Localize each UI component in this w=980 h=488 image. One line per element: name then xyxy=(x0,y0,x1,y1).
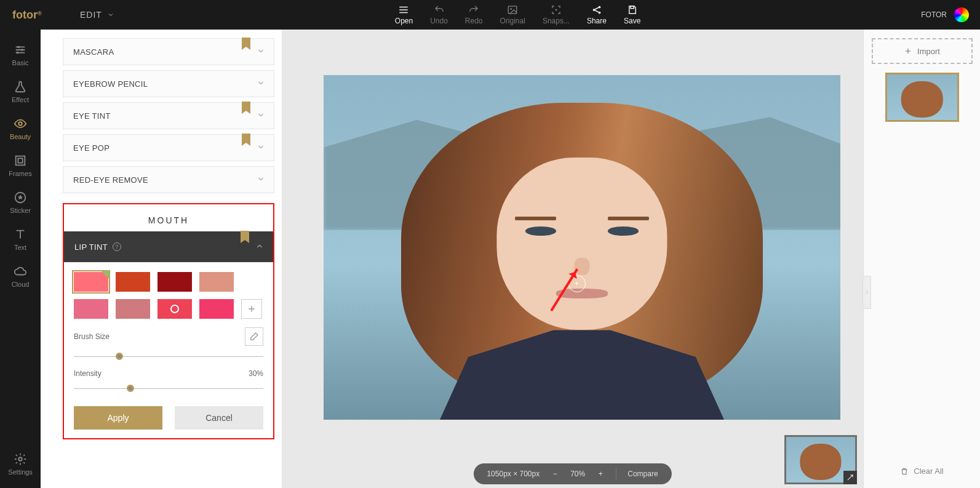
canvas-area[interactable]: + 1050px × 700px − 70% + Compare xyxy=(282,30,863,488)
top-icon-label: Save xyxy=(624,17,640,25)
bookmark-icon xyxy=(241,231,249,243)
frames-icon xyxy=(14,154,27,167)
swatch-row-2 xyxy=(64,292,273,319)
color-swatch[interactable] xyxy=(157,272,192,292)
expand-sidebar-tab[interactable] xyxy=(862,276,871,309)
add-color-button[interactable] xyxy=(241,299,262,319)
zoom-in-button[interactable]: + xyxy=(596,470,605,478)
rail-item-settings[interactable]: Settings xyxy=(0,447,41,481)
asset-thumbnail[interactable] xyxy=(885,73,959,122)
bookmark-icon xyxy=(242,134,250,146)
rail-item-cloud[interactable]: Cloud xyxy=(0,260,41,293)
undo-icon xyxy=(433,4,445,15)
zoom-out-button[interactable]: − xyxy=(551,470,559,478)
chevron-down-icon xyxy=(107,11,114,18)
eraser-button[interactable] xyxy=(245,327,263,346)
zoom-bar: 1050px × 700px − 70% + Compare xyxy=(473,463,671,484)
snaps-icon xyxy=(550,4,562,15)
rail-item-frames[interactable]: Frames xyxy=(0,149,41,182)
color-swatch[interactable] xyxy=(199,299,234,319)
rail-item-sticker[interactable]: Sticker xyxy=(0,186,41,219)
topbar-actions: OpenUndoRedoOriginalSnaps...ShareSave xyxy=(114,4,921,25)
settings-icon xyxy=(14,452,27,466)
redo-button[interactable]: Redo xyxy=(465,4,483,25)
top-icon-label: Share xyxy=(587,17,607,25)
rail-label: Basic xyxy=(12,59,29,66)
text-icon xyxy=(14,228,27,241)
apply-button[interactable]: Apply xyxy=(74,406,162,430)
share-icon xyxy=(591,4,603,15)
bookmark-icon xyxy=(242,102,250,114)
accordion-eye-pop[interactable]: EYE POP xyxy=(63,134,274,161)
open-icon xyxy=(397,4,410,15)
minimap[interactable] xyxy=(784,435,857,484)
compare-button[interactable]: Compare xyxy=(627,470,658,478)
accordion-lip-tint[interactable]: LIP TINT ? xyxy=(64,231,273,262)
mouth-section-title: MOUTH xyxy=(64,204,273,231)
minimap-expand-button[interactable] xyxy=(843,471,857,484)
brand-logo[interactable]: fotor® xyxy=(0,9,55,22)
color-swatch[interactable] xyxy=(116,299,150,319)
accordion-label: MASCARA xyxy=(73,47,114,57)
accordion-eye-tint[interactable]: EYE TINT xyxy=(63,102,274,129)
clear-all-button[interactable]: Clear All xyxy=(900,463,943,479)
top-icon-label: Undo xyxy=(430,17,448,25)
top-icon-label: Redo xyxy=(465,17,483,25)
original-button[interactable]: Original xyxy=(500,4,525,25)
trash-icon xyxy=(900,467,909,476)
share-button[interactable]: Share xyxy=(587,4,607,25)
chevron-up-icon xyxy=(255,242,264,252)
rail-item-effect[interactable]: Effect xyxy=(0,75,41,108)
rail-label: Text xyxy=(14,244,26,251)
registered-mark: ® xyxy=(38,10,42,17)
tool-rail: BasicEffectBeautyFramesStickerTextCloudS… xyxy=(0,30,41,488)
rail-label: Effect xyxy=(12,96,29,103)
color-swatch[interactable] xyxy=(74,299,108,319)
avatar[interactable] xyxy=(954,7,969,22)
help-icon[interactable]: ? xyxy=(113,242,121,251)
color-swatch[interactable] xyxy=(199,272,234,292)
brush-size-slider[interactable] xyxy=(74,352,263,361)
canvas-dimensions: 1050px × 700px xyxy=(487,470,540,478)
open-button[interactable]: Open xyxy=(395,4,413,25)
cancel-button[interactable]: Cancel xyxy=(175,406,263,430)
accordion-red-eye-remove[interactable]: RED-EYE REMOVE xyxy=(63,166,274,193)
rail-item-basic[interactable]: Basic xyxy=(0,38,41,71)
chevron-down-icon xyxy=(257,143,265,153)
user-label: FOTOR xyxy=(921,10,947,19)
accordion-mascara[interactable]: MASCARA xyxy=(63,38,274,65)
chevron-down-icon xyxy=(257,175,265,185)
rail-label: Beauty xyxy=(10,133,31,140)
cloud-icon xyxy=(14,265,27,278)
canvas-image[interactable]: + xyxy=(324,75,840,420)
color-swatch[interactable] xyxy=(157,299,192,319)
plus-icon xyxy=(904,47,912,55)
mode-dropdown[interactable]: EDIT xyxy=(80,10,114,20)
undo-button[interactable]: Undo xyxy=(430,4,448,25)
chevron-down-icon xyxy=(257,79,265,89)
top-icon-label: Original xyxy=(500,17,525,25)
intensity-label: Intensity xyxy=(74,369,102,378)
color-swatch[interactable] xyxy=(74,272,108,292)
save-button[interactable]: Save xyxy=(624,4,640,25)
redo-icon xyxy=(468,4,480,15)
accordion-eyebrow-pencil[interactable]: EYEBROW PENCIL xyxy=(63,70,274,97)
top-icon-label: Open xyxy=(395,17,413,25)
topbar-user: FOTOR xyxy=(921,7,969,22)
snaps-button[interactable]: Snaps... xyxy=(543,4,570,25)
accordion-label: EYE POP xyxy=(73,143,110,153)
intensity-slider[interactable] xyxy=(74,384,263,393)
save-icon xyxy=(626,4,639,15)
rail-label: Cloud xyxy=(12,281,30,288)
topbar: fotor® EDIT OpenUndoRedoOriginalSnaps...… xyxy=(0,0,980,30)
accordion-label: EYE TINT xyxy=(73,111,111,121)
beauty-panel: MASCARAEYEBROW PENCILEYE TINTEYE POPRED-… xyxy=(41,30,282,488)
brush-size-label: Brush Size xyxy=(74,332,110,341)
mouth-section-highlight: MOUTH LIP TINT ? Brush Size xyxy=(63,203,274,439)
import-button[interactable]: Import xyxy=(872,38,973,64)
rail-item-beauty[interactable]: Beauty xyxy=(0,112,41,145)
assets-sidebar: Import Clear All xyxy=(863,30,980,488)
bookmark-icon xyxy=(242,38,250,50)
rail-item-text[interactable]: Text xyxy=(0,223,41,256)
color-swatch[interactable] xyxy=(116,272,150,292)
